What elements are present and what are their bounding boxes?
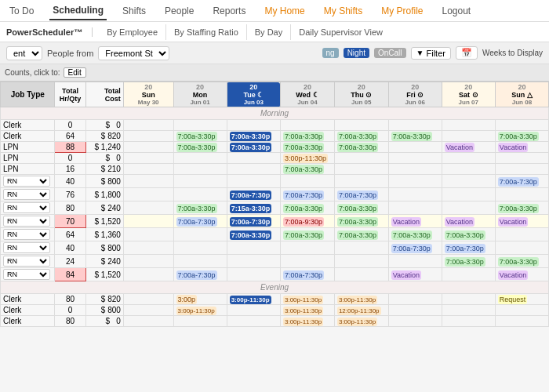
edit-button[interactable]: Edit: [64, 67, 86, 78]
shift-cell: [334, 255, 388, 268]
job-type-select[interactable]: RN: [3, 256, 50, 267]
job-type-select[interactable]: RN: [3, 242, 50, 253]
shift-cell: [173, 164, 227, 175]
job-type-select[interactable]: RN: [3, 229, 50, 240]
total-cost-cell: $ 0: [85, 120, 123, 131]
total-cost-cell: $ 0: [85, 153, 123, 164]
shift-cell: [280, 120, 334, 131]
shift-cell: [227, 120, 280, 131]
filter-icon: ▼: [416, 49, 424, 57]
shift-cell: [123, 131, 173, 142]
subnav-dailysupervisor[interactable]: Daily Supervisor View: [291, 24, 391, 40]
th-day-6: 20 Sat ⊙ Jun 07: [442, 82, 495, 107]
subnav-byemployee[interactable]: By Employee: [99, 24, 166, 40]
shift-cell: [388, 164, 442, 175]
shift-cell: [442, 188, 495, 201]
shift-cell: [388, 316, 442, 327]
table-row: LPN 0 $ 0 3:00p-11:30p: [1, 153, 549, 164]
job-type-select[interactable]: RN: [3, 216, 50, 227]
shift-cell: 7:00a-7:30p: [388, 241, 442, 255]
shift-cell: [334, 175, 388, 188]
shift-cell: Vacation: [442, 142, 495, 153]
total-hr-cell: 0: [55, 120, 85, 131]
shift-cell: 3:00p-11:30p: [173, 305, 227, 316]
count-bar: Counts, click to: Edit: [0, 64, 549, 82]
shift-cell: [280, 241, 334, 255]
shift-cell: 7:00a-3:30p: [442, 228, 495, 241]
job-type-select[interactable]: RN: [3, 176, 50, 187]
weeks-label: Weeks to Display: [482, 49, 543, 57]
total-hr-cell: 70: [55, 215, 85, 228]
shift-cell: [495, 153, 548, 164]
total-cost-cell: $ 1,800: [85, 188, 123, 201]
total-hr-cell: 40: [55, 175, 85, 188]
shift-cell: [227, 175, 280, 188]
shift-cell: 7:00a-7:30p: [173, 215, 227, 228]
shift-cell: 7:00a-3:30p: [280, 164, 334, 175]
total-cost-cell: $ 1,240: [85, 142, 123, 153]
subnav-bystaffratio[interactable]: By Staffing Ratio: [166, 24, 247, 40]
shift-cell: 7:00a-7:30p: [227, 188, 280, 201]
shift-cell: [123, 120, 173, 131]
total-cost-cell: $ 0: [85, 316, 123, 327]
total-hr-cell: 64: [55, 228, 85, 241]
job-type-select[interactable]: RN: [3, 189, 50, 200]
shift-cell: [495, 120, 548, 131]
total-cost-cell: $ 800: [85, 305, 123, 316]
table-row: Clerk 80 $ 0 3:00p-11:30p 3:00p-11:30p: [1, 316, 549, 327]
filter-label: Filter: [426, 49, 445, 58]
nav-shifts[interactable]: Shifts: [119, 2, 149, 20]
department-select[interactable]: ent: [6, 46, 42, 60]
th-day-today: 20 Tue ☾ Jun 03: [227, 82, 280, 107]
nav-scheduling[interactable]: Scheduling: [49, 2, 107, 20]
job-cell: RN: [1, 215, 55, 228]
shift-cell: [442, 131, 495, 142]
th-day-0: 20 Sun May 30: [123, 82, 173, 107]
shift-cell: 7:00a-3:30p: [280, 142, 334, 153]
nav-reports[interactable]: Reports: [209, 2, 249, 20]
table-row: LPN 16 $ 210 7:00a-3:30p: [1, 164, 549, 175]
total-hr-cell: 64: [55, 131, 85, 142]
location-select[interactable]: Freemont St: [98, 46, 169, 60]
shift-cell: 7:00a-3:30p: [388, 131, 442, 142]
shift-cell: 3:00p-11:30p: [280, 294, 334, 305]
shift-cell: 7:00a-3:30p: [173, 142, 227, 153]
total-cost-cell: $ 800: [85, 175, 123, 188]
shift-cell: [173, 316, 227, 327]
shift-cell: 7:00a-3:30p: [227, 228, 280, 241]
shift-cell: 3:00p-11:30p: [280, 305, 334, 316]
shift-cell: [388, 294, 442, 305]
shift-cell: [495, 164, 548, 175]
total-cost-cell: $ 210: [85, 164, 123, 175]
job-type-select[interactable]: RN: [3, 269, 50, 280]
filter-button[interactable]: ▼ Filter: [411, 47, 451, 60]
subnav-byday[interactable]: By Day: [247, 24, 291, 40]
shift-cell: 3:00p-11:30p: [334, 294, 388, 305]
shift-cell: [173, 228, 227, 241]
shift-cell: [123, 228, 173, 241]
nav-myprofile[interactable]: My Profile: [378, 2, 426, 20]
job-cell: Clerk: [1, 316, 55, 327]
total-hr-cell: 0: [55, 305, 85, 316]
shift-cell: [123, 201, 173, 215]
th-day-5: 20 Fri ⊙ Jun 06: [388, 82, 442, 107]
shift-cell: [227, 241, 280, 255]
table-row: RN 40 $ 800 7:00a-7:30p: [1, 175, 549, 188]
shift-cell: Request: [495, 294, 548, 305]
shift-cell: [442, 164, 495, 175]
table-header-row: Job Type TotalHr/Qty TotalCost 20 Sun Ma…: [1, 82, 549, 107]
total-cost-cell: $ 820: [85, 131, 123, 142]
shift-cell: 7:00a-9:30p: [280, 215, 334, 228]
shift-cell: [334, 268, 388, 281]
nav-myhome[interactable]: My Home: [261, 2, 307, 20]
shift-cell: 7:00a-3:30p: [495, 131, 548, 142]
nav-people[interactable]: People: [162, 2, 197, 20]
shift-cell: 7:00a-3:30p: [334, 228, 388, 241]
nav-myshifts[interactable]: My Shifts: [321, 2, 365, 20]
shift-cell: [388, 305, 442, 316]
shift-cell: [227, 305, 280, 316]
calendar-icon-btn[interactable]: 📅: [456, 46, 478, 60]
nav-todo[interactable]: To Do: [6, 2, 37, 20]
job-type-select[interactable]: RN: [3, 202, 50, 213]
nav-logout[interactable]: Logout: [438, 2, 474, 20]
